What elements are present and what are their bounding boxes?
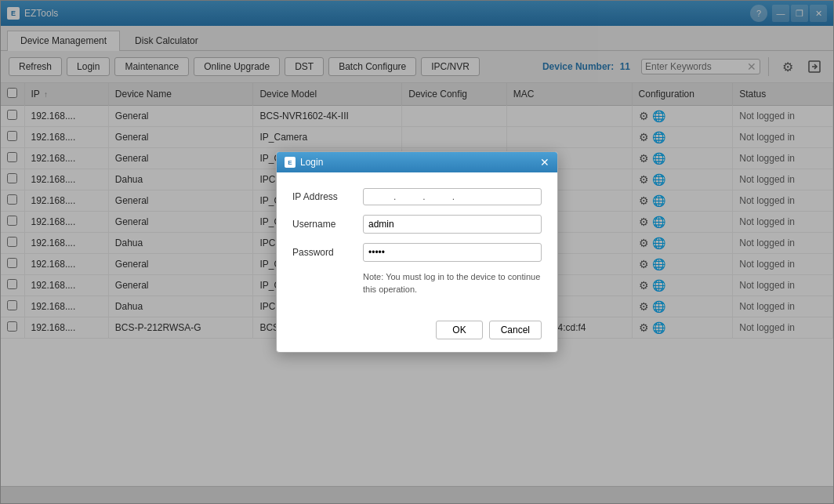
dialog-note: Note: You must log in to the device to c…: [363, 271, 542, 296]
dialog-body: IP Address . . . Username Password: [277, 172, 557, 314]
ip-seg-2[interactable]: [397, 191, 421, 202]
password-input[interactable]: [363, 243, 542, 262]
ip-dot-3: .: [452, 191, 455, 202]
dialog-title: Login: [300, 157, 540, 168]
ip-label: IP Address: [292, 191, 363, 202]
ip-dot-2: .: [422, 191, 425, 202]
dialog-logo: E: [285, 157, 296, 168]
ip-dot-1: .: [393, 191, 396, 202]
login-dialog: E Login ✕ IP Address . . . Username: [276, 151, 558, 353]
ip-input-group: . . .: [363, 188, 542, 205]
username-label: Username: [292, 219, 363, 230]
ip-seg-1[interactable]: [368, 191, 392, 202]
ip-seg-4[interactable]: [456, 191, 480, 202]
password-label: Password: [292, 247, 363, 258]
password-row: Password: [292, 243, 542, 262]
dialog-close-button[interactable]: ✕: [540, 157, 549, 168]
modal-overlay: E Login ✕ IP Address . . . Username: [0, 0, 834, 504]
cancel-button[interactable]: Cancel: [489, 321, 542, 339]
username-input[interactable]: [363, 215, 542, 234]
username-row: Username: [292, 215, 542, 234]
dialog-footer: OK Cancel: [277, 314, 557, 352]
ip-row: IP Address . . .: [292, 188, 542, 205]
ip-seg-3[interactable]: [427, 191, 451, 202]
ok-button[interactable]: OK: [436, 321, 482, 339]
dialog-title-bar: E Login ✕: [277, 152, 557, 172]
